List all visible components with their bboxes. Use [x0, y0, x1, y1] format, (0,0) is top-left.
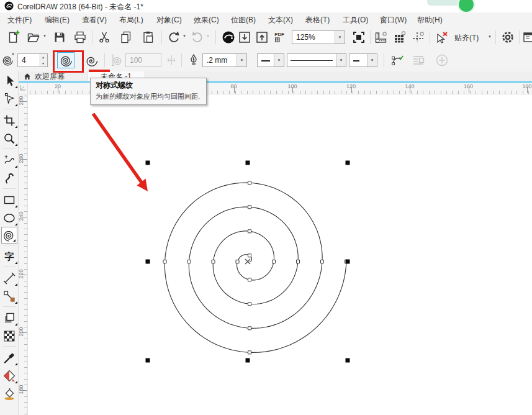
spiral-node[interactable]: [236, 260, 239, 263]
line-style-combo[interactable]: ▼: [287, 53, 346, 67]
tool-smart-fill[interactable]: [0, 385, 19, 403]
spiral-node[interactable]: [248, 303, 251, 306]
export-button[interactable]: [255, 30, 269, 45]
end-arrowhead-caret[interactable]: ▼: [367, 54, 377, 66]
spiral-node[interactable]: [212, 260, 215, 263]
end-arrowhead-combo[interactable]: ▼: [349, 53, 377, 67]
tool-zoom[interactable]: [0, 129, 19, 147]
zoom-level-combo[interactable]: 125% ▼: [292, 30, 345, 44]
quick-customize-button[interactable]: [435, 53, 449, 68]
selection-handle[interactable]: [346, 260, 350, 264]
start-arrowhead-combo[interactable]: ▼: [257, 53, 284, 67]
snap-to-label[interactable]: 贴齐(T): [454, 33, 479, 43]
expansion-slider-button[interactable]: [164, 53, 179, 68]
menu-layout[interactable]: 布局(L): [119, 15, 143, 25]
spiral-node[interactable]: [248, 206, 251, 209]
spiral-revolutions-input[interactable]: 4: [17, 53, 40, 67]
spiral-node[interactable]: [248, 181, 251, 185]
menu-file[interactable]: 文件(F): [7, 15, 32, 25]
selection-handle[interactable]: [146, 260, 150, 264]
undo-dropdown-caret[interactable]: ▼: [181, 34, 187, 38]
selection-handle[interactable]: [246, 161, 250, 165]
tool-parallel-dimension[interactable]: [0, 269, 19, 287]
outline-width-caret[interactable]: ▼: [237, 54, 246, 66]
spiral-node[interactable]: [248, 327, 251, 330]
spiral-expansion-input[interactable]: 100: [125, 53, 161, 67]
spiral-node[interactable]: [187, 260, 191, 263]
full-screen-preview-button[interactable]: [351, 30, 366, 45]
selection-handle[interactable]: [346, 358, 350, 363]
menu-view[interactable]: 查看(V): [82, 15, 107, 25]
spiral-node[interactable]: [273, 260, 276, 263]
undo-button[interactable]: [166, 30, 181, 45]
tool-interactive-fill[interactable]: [0, 367, 19, 385]
open-button[interactable]: [26, 30, 41, 45]
spiral-node[interactable]: [321, 260, 324, 263]
tool-pick[interactable]: [0, 71, 19, 89]
options-button[interactable]: [500, 30, 515, 45]
tool-color-eyedropper[interactable]: [0, 349, 19, 367]
close-curve-button[interactable]: [390, 53, 405, 68]
spiral-object[interactable]: [163, 181, 348, 354]
tab-welcome-screen[interactable]: 欢迎屏幕: [21, 71, 65, 81]
menu-text[interactable]: 文本(X): [268, 15, 293, 25]
menu-edit[interactable]: 编辑(E): [45, 15, 70, 25]
import-button[interactable]: [237, 30, 252, 45]
menu-bitmaps[interactable]: 位图(B): [231, 15, 256, 25]
snap-dropdown-caret[interactable]: ▼: [487, 35, 493, 39]
redo-dropdown-caret[interactable]: ▼: [205, 34, 211, 38]
selection-handle[interactable]: [146, 358, 150, 363]
dockers-panel-button[interactable]: [521, 30, 532, 45]
start-arrowhead-caret[interactable]: ▼: [274, 54, 284, 66]
tool-ellipse[interactable]: [0, 209, 19, 227]
arrowhead-preview: [353, 60, 359, 62]
tool-connector[interactable]: [0, 287, 19, 305]
tool-crop[interactable]: [0, 111, 19, 129]
spiral-node[interactable]: [297, 260, 300, 263]
wrap-text-button[interactable]: [411, 53, 426, 68]
cut-button[interactable]: [97, 30, 112, 45]
tool-rectangle[interactable]: [0, 191, 19, 209]
new-document-button[interactable]: [6, 30, 20, 45]
publish-pdf-button[interactable]: PDF: [272, 30, 287, 45]
outline-width-combo[interactable]: .2 mm ▼: [202, 53, 247, 67]
print-button[interactable]: [73, 30, 88, 45]
spiral-node[interactable]: [163, 260, 166, 263]
paste-button[interactable]: [141, 30, 156, 45]
tool-spiral[interactable]: [1, 227, 17, 244]
tool-artistic-media[interactable]: [0, 169, 19, 187]
corel-connect-button[interactable]: [221, 30, 236, 45]
save-button[interactable]: [52, 30, 67, 45]
menu-window[interactable]: 窗口(W): [380, 15, 407, 25]
revolutions-spinner[interactable]: ▲▼: [39, 53, 48, 67]
show-guidelines-button[interactable]: [411, 30, 426, 45]
line-style-caret[interactable]: ▼: [336, 54, 346, 66]
menu-effects[interactable]: 效果(C): [194, 15, 219, 25]
copy-button[interactable]: [119, 30, 133, 45]
show-grid-button[interactable]: [392, 30, 407, 45]
show-rulers-button[interactable]: [374, 30, 389, 45]
spiral-node[interactable]: [248, 254, 251, 257]
selection-handle[interactable]: [146, 161, 150, 165]
zoom-dropdown-caret[interactable]: ▼: [335, 31, 345, 43]
tool-shape[interactable]: [0, 89, 19, 107]
tool-transparency[interactable]: [0, 327, 19, 345]
selection-handle[interactable]: [346, 161, 350, 165]
redo-button[interactable]: [190, 30, 205, 45]
spiral-node[interactable]: [248, 278, 251, 281]
spiral-node[interactable]: [248, 230, 251, 233]
menu-tools[interactable]: 工具(O): [343, 15, 368, 25]
tool-drop-shadow[interactable]: [0, 309, 19, 327]
vertical-ruler[interactable]: 280260240220200180: [19, 94, 28, 415]
snap-off-button[interactable]: [435, 30, 449, 45]
menu-help[interactable]: 帮助(H): [417, 15, 443, 25]
open-dropdown-caret[interactable]: ▼: [42, 34, 48, 38]
drawing-canvas[interactable]: [28, 94, 532, 415]
tool-text[interactable]: 字: [0, 247, 19, 265]
menu-table[interactable]: 表格(T): [305, 15, 330, 25]
selection-handle[interactable]: [246, 358, 250, 363]
spiral-node[interactable]: [248, 351, 251, 354]
tool-freehand[interactable]: [0, 151, 19, 169]
logarithmic-spiral-button[interactable]: [83, 52, 100, 68]
menu-object[interactable]: 对象(C): [156, 15, 182, 25]
